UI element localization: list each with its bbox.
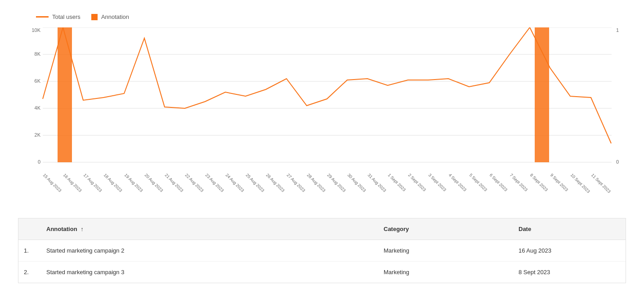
- main-chart-svg: 0 2K 4K 6K 8K 10K 1 0: [18, 27, 626, 171]
- svg-text:29 Aug 2023: 29 Aug 2023: [326, 173, 347, 193]
- svg-text:19 Aug 2023: 19 Aug 2023: [124, 173, 144, 193]
- legend-box-icon: [91, 14, 98, 20]
- svg-text:1: 1: [616, 27, 619, 33]
- sort-arrow-icon: ↑: [80, 226, 84, 232]
- svg-text:10 Sept 2023: 10 Sept 2023: [570, 173, 591, 194]
- svg-text:22 Aug 2023: 22 Aug 2023: [184, 173, 205, 193]
- legend-annotation-label: Annotation: [101, 13, 129, 20]
- row-1-annotation: Started marketing campaign 2: [41, 244, 378, 258]
- svg-text:8K: 8K: [35, 51, 41, 57]
- table-header-date: Date: [513, 223, 626, 235]
- svg-text:20 Aug 2023: 20 Aug 2023: [144, 173, 165, 193]
- svg-text:16 Aug 2023: 16 Aug 2023: [63, 173, 83, 193]
- svg-text:28 Aug 2023: 28 Aug 2023: [306, 173, 327, 193]
- svg-text:27 Aug 2023: 27 Aug 2023: [286, 173, 307, 193]
- x-axis-labels-svg: 15 Aug 2023 16 Aug 2023 17 Aug 2023 18 A…: [18, 173, 626, 205]
- row-1-date: 16 Aug 2023: [513, 244, 626, 258]
- svg-text:4K: 4K: [35, 105, 41, 111]
- annotations-table: Annotation ↑ Category Date 1. Started ma…: [18, 218, 626, 283]
- svg-text:5 Sept 2023: 5 Sept 2023: [469, 173, 488, 192]
- table-header-category: Category: [378, 223, 513, 235]
- annotation-bar-2: [535, 27, 549, 162]
- svg-text:15 Aug 2023: 15 Aug 2023: [42, 173, 63, 193]
- svg-text:0: 0: [616, 159, 619, 165]
- svg-text:7 Sept 2023: 7 Sept 2023: [509, 173, 529, 192]
- legend-line-icon: [36, 16, 49, 18]
- svg-text:21 Aug 2023: 21 Aug 2023: [164, 173, 185, 193]
- row-2-category: Marketing: [378, 265, 513, 279]
- row-1-num: 1.: [18, 244, 41, 258]
- table-header-num: [18, 223, 41, 235]
- table-header-annotation[interactable]: Annotation ↑: [41, 223, 378, 235]
- annotation-bar-1: [58, 27, 72, 162]
- chart-legend: Total users Annotation: [18, 13, 626, 20]
- row-2-date: 8 Sept 2023: [513, 265, 626, 279]
- svg-text:17 Aug 2023: 17 Aug 2023: [83, 173, 103, 193]
- svg-text:4 Sept 2023: 4 Sept 2023: [448, 173, 468, 192]
- svg-text:25 Aug 2023: 25 Aug 2023: [245, 173, 266, 193]
- svg-text:24 Aug 2023: 24 Aug 2023: [225, 173, 246, 193]
- svg-text:1 Sept 2023: 1 Sept 2023: [387, 173, 407, 192]
- svg-text:8 Sept 2023: 8 Sept 2023: [529, 173, 549, 192]
- total-users-line: [43, 27, 611, 143]
- svg-text:30 Aug 2023: 30 Aug 2023: [347, 173, 367, 193]
- legend-total-users: Total users: [36, 13, 80, 20]
- svg-text:10K: 10K: [31, 27, 40, 33]
- svg-text:2K: 2K: [35, 132, 41, 138]
- svg-text:11 Sept 2023: 11 Sept 2023: [590, 173, 612, 194]
- annotation-header-label: Annotation: [46, 226, 77, 232]
- legend-total-users-label: Total users: [52, 13, 80, 20]
- svg-text:9 Sept 2023: 9 Sept 2023: [550, 173, 569, 192]
- row-1-category: Marketing: [378, 244, 513, 258]
- table-header-row: Annotation ↑ Category Date: [18, 218, 626, 240]
- chart-container: Total users Annotation 0 2K 4K 6K 8K 10K…: [0, 0, 644, 209]
- svg-text:0: 0: [38, 159, 40, 165]
- svg-text:3 Sept 2023: 3 Sept 2023: [428, 173, 447, 192]
- row-2-annotation: Started marketing campaign 3: [41, 265, 378, 279]
- svg-text:31 Aug 2023: 31 Aug 2023: [367, 173, 388, 193]
- svg-text:2 Sept 2023: 2 Sept 2023: [407, 173, 427, 192]
- table-row: 1. Started marketing campaign 2 Marketin…: [18, 240, 626, 262]
- svg-text:26 Aug 2023: 26 Aug 2023: [265, 173, 286, 193]
- legend-annotation: Annotation: [91, 13, 129, 20]
- svg-text:6 Sept 2023: 6 Sept 2023: [489, 173, 509, 192]
- svg-text:6K: 6K: [35, 78, 41, 84]
- row-2-num: 2.: [18, 265, 41, 279]
- svg-text:23 Aug 2023: 23 Aug 2023: [205, 173, 225, 193]
- table-row: 2. Started marketing campaign 3 Marketin…: [18, 262, 626, 283]
- svg-text:18 Aug 2023: 18 Aug 2023: [103, 173, 124, 193]
